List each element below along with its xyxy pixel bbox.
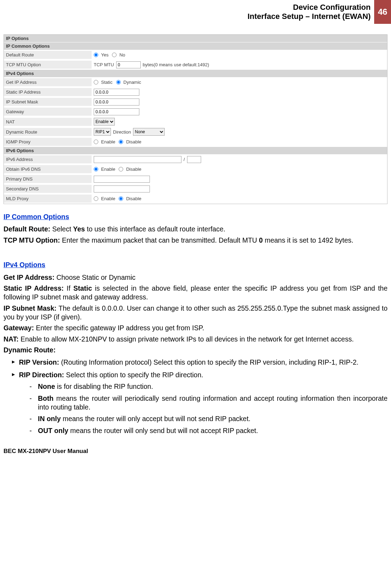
bold-out-only: OUT only xyxy=(38,427,68,434)
bold-nat: NAT: xyxy=(4,335,20,343)
radio-igmp-disable[interactable] xyxy=(119,140,123,144)
primary-dns-input[interactable] xyxy=(94,176,150,183)
bold-default-route-yes: Yes xyxy=(73,225,85,233)
radio-igmp-enable[interactable] xyxy=(94,140,98,144)
bold-in-only: IN only xyxy=(38,415,61,423)
direction-select[interactable]: None xyxy=(133,128,165,136)
text-nat-2: Enable to allow MX-210NPV to assign priv… xyxy=(20,335,353,343)
radio-label-dynamic: Dynamic xyxy=(124,80,141,85)
row-subnet: IP Subnet Mask xyxy=(4,97,387,107)
text-rip-version: (Routing Information protocol) Select th… xyxy=(61,358,358,366)
control-tcp-mtu: TCP MTU bytes(0 means use default:1492) xyxy=(92,60,211,69)
list-rip-direction: None is for disabling the RIP function. … xyxy=(27,382,387,435)
static-ip-input[interactable] xyxy=(94,89,139,96)
para-gateway: Gateway: Enter the specific gateway IP a… xyxy=(4,324,387,332)
text-static-ip-2a: If xyxy=(67,284,73,292)
text-gateway-2: Enter the specific gateway IP address yo… xyxy=(36,324,204,332)
para-subnet: IP Subnet Mask: The default is 0.0.0.0. … xyxy=(4,304,387,322)
text-both: means the router will periodically send … xyxy=(38,394,387,411)
radio-label-dns-disable: Disable xyxy=(126,167,141,172)
bold-static-word: Static xyxy=(73,284,92,292)
para-tcp-mtu: TCP MTU Option: Enter the maximum packet… xyxy=(4,236,387,245)
text-in-only: means the router will only accept but wi… xyxy=(61,415,251,423)
row-ipv6-addr: IPv6 Address / xyxy=(4,155,387,164)
nat-select[interactable]: Enable xyxy=(94,118,115,126)
radio-label-igmp-enable: Enable xyxy=(101,139,115,144)
list-dynroute: RIP Version: (Routing Information protoc… xyxy=(12,358,387,435)
rip-select[interactable]: RIP1 xyxy=(94,128,111,136)
gateway-input[interactable] xyxy=(94,108,139,115)
row-mld: MLD Proxy Enable Disable xyxy=(4,194,387,204)
bold-tcp-mtu-zero: 0 xyxy=(259,236,263,244)
radio-default-route-no[interactable] xyxy=(112,53,117,57)
item-both: Both means the router will periodically … xyxy=(27,394,387,412)
bold-static-ip: Static IP Address: xyxy=(4,284,67,292)
para-static-ip: Static IP Address: If Static is selected… xyxy=(4,284,387,302)
row-primary-dns: Primary DNS xyxy=(4,174,387,184)
bold-none: None xyxy=(38,383,55,390)
text-rip-direction: Select this option to specify the RIP di… xyxy=(66,371,203,379)
body-text: IP Common Options Default Route: Select … xyxy=(0,206,391,435)
text-default-route-2: Select xyxy=(52,225,73,233)
label-mld: MLD Proxy xyxy=(4,195,92,203)
tcp-mtu-input[interactable] xyxy=(116,61,141,68)
section-title-ipv4: IPv4 Options xyxy=(4,261,45,269)
label-ipv6-addr: IPv6 Address xyxy=(4,155,92,163)
bold-both: Both xyxy=(38,394,53,402)
ipv6-addr-input[interactable] xyxy=(94,156,181,163)
section-ipv4-options: IPv4 Options xyxy=(4,70,387,77)
label-static-ip: Static IP Address xyxy=(4,88,92,96)
label-gateway: Gateway xyxy=(4,108,92,116)
label-tcp-mtu: TCP MTU Option xyxy=(4,61,92,69)
radio-label-yes: Yes xyxy=(101,52,108,58)
label-dynroute: Dynamic Route xyxy=(4,128,92,136)
row-secondary-dns: Secondary DNS xyxy=(4,184,387,194)
control-obtain-dns: Enable Disable xyxy=(92,165,145,173)
bold-dynroute: Dynamic Route: xyxy=(4,346,55,354)
item-rip-version: RIP Version: (Routing Information protoc… xyxy=(12,358,387,367)
row-static-ip: Static IP Address xyxy=(4,87,387,97)
radio-mld-enable[interactable] xyxy=(94,196,98,201)
label-primary-dns: Primary DNS xyxy=(4,175,92,183)
radio-label-igmp-disable: Disable xyxy=(126,139,141,144)
para-get-ip: Get IP Address: Choose Static or Dynamic xyxy=(4,273,387,282)
item-out-only: OUT only means the router will only send… xyxy=(27,426,387,435)
config-screenshot: IP Options IP Common Options Default Rou… xyxy=(4,34,387,204)
radio-static[interactable] xyxy=(94,80,98,85)
label-igmp: IGMP Proxy xyxy=(4,138,92,146)
bold-get-ip: Get IP Address: xyxy=(4,273,57,281)
bold-default-route: Default Route: xyxy=(4,225,52,233)
label-subnet: IP Subnet Mask xyxy=(4,98,92,106)
label-default-route: Default Route xyxy=(4,51,92,59)
control-mld: Enable Disable xyxy=(92,195,145,202)
radio-default-route-yes[interactable] xyxy=(94,53,98,57)
radio-mld-disable[interactable] xyxy=(119,196,123,201)
ipv6-slash: / xyxy=(184,157,185,162)
radio-label-mld-enable: Enable xyxy=(101,196,115,201)
text-tcp-mtu-2: Enter the maximum packet that can be tra… xyxy=(62,236,259,244)
direction-label: Direction xyxy=(113,129,131,135)
para-nat: NAT: Enable to allow MX-210NPV to assign… xyxy=(4,335,387,344)
para-default-route: Default Route: Select Yes to use this in… xyxy=(4,225,387,234)
radio-dynamic[interactable] xyxy=(116,80,121,85)
control-default-route: Yes No xyxy=(92,51,129,59)
text-default-route-4: to use this interface as default route i… xyxy=(85,225,225,233)
label-obtain-dns: Obtain IPv6 DNS xyxy=(4,165,92,173)
control-ipv6-addr: / xyxy=(92,155,203,164)
item-in-only: IN only means the router will only accep… xyxy=(27,414,387,423)
subnet-input[interactable] xyxy=(94,99,139,106)
control-igmp: Enable Disable xyxy=(92,138,145,146)
secondary-dns-input[interactable] xyxy=(94,185,150,192)
radio-dns-enable[interactable] xyxy=(94,167,98,171)
label-secondary-dns: Secondary DNS xyxy=(4,185,92,193)
text-tcp-mtu-4: means it is set to 1492 bytes. xyxy=(263,236,353,244)
bold-tcp-mtu: TCP MTU Option: xyxy=(4,236,62,244)
ipv6-prefix-input[interactable] xyxy=(187,156,201,163)
bold-subnet: IP Subnet Mask: xyxy=(4,304,59,312)
control-static-ip xyxy=(92,88,141,97)
row-get-ip: Get IP Address Static Dynamic xyxy=(4,77,387,87)
section-ipv6-options: IPv6 Options xyxy=(4,147,387,155)
radio-dns-disable[interactable] xyxy=(119,167,123,171)
page-number: 46 xyxy=(374,0,391,24)
header-title-1: Device Configuration xyxy=(247,3,371,12)
